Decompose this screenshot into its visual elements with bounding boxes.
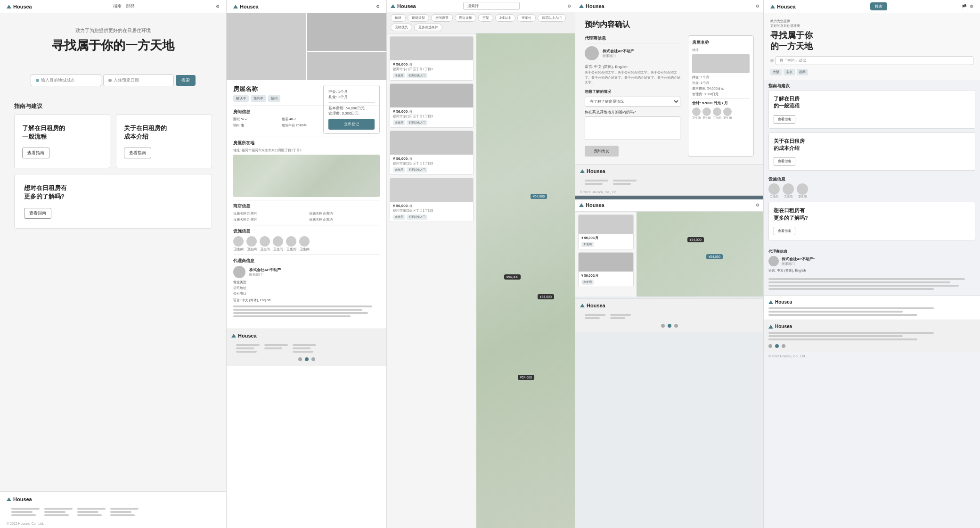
settings-icon[interactable]: ⚙ (216, 4, 220, 9)
navbar-home: Housea 指南 開発 ⚙ (0, 0, 226, 13)
price-box: 押金: 1个月 礼金: 1个月 基本费用: 54,000日元 管理费: 3,00… (326, 85, 380, 134)
overview-card-2-title: 关于在日租房的成本介绍 (774, 138, 970, 152)
filter-building[interactable]: 建筑类型 (408, 14, 429, 22)
settings-icon-overview[interactable]: ⚙ (970, 4, 973, 9)
overview-card-3-btn[interactable]: 查看指南 (774, 227, 795, 235)
price-gift: 礼金: 1个月 (328, 94, 375, 99)
map-badge-active[interactable]: ¥54,000 (531, 194, 547, 199)
result-tag-2a: 未使用 (393, 120, 405, 125)
reserve-button[interactable]: 立即登记 (328, 119, 375, 130)
overview-guide-cards: 了解在日房的一般流程 查看指南 关于在日租房的成本介绍 查看指南 (764, 90, 980, 171)
tag-osaka[interactable]: 大阪 (770, 69, 782, 75)
search-input-nav[interactable]: 搜索行 (463, 2, 520, 10)
filter-nearby[interactable]: 周边设施 (455, 14, 476, 22)
map-badge-2[interactable]: ¥54,000 (538, 294, 554, 299)
navbar-overview: Housea 搜索 🏴 ⚙ (764, 0, 980, 13)
guide-card-2: 关于在日租房的成本介绍 查看指南 (116, 114, 212, 168)
settings-icon-search[interactable]: ⚙ (567, 4, 571, 8)
situation-select[interactable]: 在了解了解房屋情况 (585, 97, 680, 107)
booking-deposit: 押金: 1个月 (692, 75, 750, 80)
info-direction: 朝向 南 (233, 123, 277, 128)
tag-tokyo[interactable]: 东京 (784, 69, 795, 75)
brand-logo-search2: Housea (579, 202, 604, 208)
filter-pet[interactable]: 宠物优先 (391, 24, 412, 31)
navbar-search: Housea 搜索行 ⚙ (387, 0, 575, 12)
agent-avatar (233, 266, 245, 278)
settings-icon-search2[interactable]: ⚙ (756, 203, 760, 207)
filter-vacant[interactable]: 空架 (478, 14, 493, 22)
settings-icon-booking[interactable]: ⚙ (756, 4, 760, 8)
footer-triangle-icon-booking (580, 169, 585, 173)
result-tag-3b: 初期以免入门 (407, 167, 427, 173)
footer-brand-name-search2: Housea (587, 303, 605, 308)
dot-s2-1 (661, 324, 665, 328)
booking-right: 房屋名称 地址 押金: 1个月 礼金: 1个月 基本费用: 54,000日元 管… (688, 35, 754, 157)
result-card-2: ¥ 56,000 /月 福冈市东口田区丁目1丁目3 未使用 初期以免入门 (390, 83, 474, 128)
overview-card-2-btn[interactable]: 查看指南 (774, 157, 795, 165)
filter-room[interactable]: 房间设置 (431, 14, 453, 22)
booking-title: 预约内容确认 (585, 20, 754, 30)
property-images (227, 13, 386, 80)
map-badge-1[interactable]: ¥54,000 (504, 274, 521, 280)
overview-title: 寻找属于你的一方天地 (770, 30, 973, 52)
guide-cards: 了解在日租房的一般流程 查看指南 关于在日租房的成本介绍 查看指南 (0, 114, 226, 168)
booking-amenity-3: 卫生间 (713, 107, 721, 120)
navbar-search2: Housea ⚙ (575, 199, 763, 212)
wide-card-btn[interactable]: 查看指南 (24, 208, 51, 219)
nav-guide[interactable]: 指南 (113, 3, 122, 9)
result-sub-3: 福冈市东口田区丁目1丁目3 (393, 161, 470, 166)
nav-dev[interactable]: 開発 (126, 3, 135, 9)
agent-address: 公司地址 (233, 286, 380, 290)
amenities-label: 设施信息 (233, 228, 380, 234)
footer-triangle-search2-icon (580, 304, 585, 307)
screen-overview: Housea 搜索 🏴 ⚙ 致力为您提供更好的在日住居环境 寻找属于你的一方天地… (763, 0, 980, 528)
brand-logo-search: Housea (391, 3, 416, 9)
filter-more[interactable]: 更多筛选条件 (414, 24, 442, 31)
tag-3: 预约 (268, 95, 280, 102)
booking-submit-button[interactable]: 预约出发 (585, 146, 619, 157)
sub-search2: Housea ⚙ ¥ 56,000/月 未使用 (575, 199, 763, 528)
filter-bar: 价格 建筑类型 房间设置 周边设施 空架 2楼以上 停车位 首层以上入门 宠物优… (387, 12, 575, 33)
result-tags-3: 未使用 初期以免入门 (393, 167, 470, 173)
overview-search-input[interactable]: 搜「福冈」试试 (776, 56, 973, 65)
booking-agent-info: 株式会社AP不动产 联系部门 (603, 49, 634, 58)
filter-parking[interactable]: 停车位 (517, 14, 536, 22)
date-input[interactable]: 入住预定日期 (103, 74, 174, 86)
settings-icon-detail[interactable]: ⚙ (376, 4, 380, 9)
search2-list: ¥ 56,000/月 未使用 ¥ 56,000/月 未使用 (575, 212, 637, 297)
filter-entrance[interactable]: 首层以上入门 (538, 14, 566, 22)
overview-agent-sub: 联系部门 (782, 262, 815, 266)
tag-fukuoka[interactable]: 福冈 (797, 69, 808, 75)
agent-biz: 营业类型 (233, 280, 380, 285)
wide-card: 想对在日租房有更多的了解吗? 查看指南 (14, 174, 212, 228)
footer-triangle-icon (7, 497, 11, 501)
search-button[interactable]: 搜索 (176, 75, 196, 86)
guide-card-1-btn[interactable]: 查看指南 (22, 148, 49, 158)
city-placeholder: 输入目的地城城市 (41, 77, 75, 83)
result-body-1: ¥ 56,000 /月 福冈市东口田区丁目1丁目3 未使用 初期以免入门 (390, 60, 473, 80)
map-badge-3[interactable]: ¥54,000 (518, 375, 534, 380)
agent-section-label: 代理商信息 (585, 35, 680, 43)
guide-card-1-title: 了解在日租房的一般流程 (22, 124, 102, 141)
booking-base: 基本费用: 54,000日元 (692, 86, 750, 91)
search-btn-overview[interactable]: 搜索 (870, 2, 887, 10)
info-area: 面积 52㎡ (233, 117, 277, 122)
booking-amenity-1: 卫生间 (692, 107, 701, 120)
navbar-icons-search: ⚙ (567, 4, 571, 8)
filter-floor[interactable]: 2楼以上 (495, 14, 515, 22)
booking-textarea[interactable] (585, 116, 680, 140)
search2-tag-2a: 未使用 (581, 280, 594, 285)
city-input[interactable]: 输入目的地城城市 (31, 74, 101, 86)
filter-price[interactable]: 价格 (391, 14, 406, 22)
calendar-icon (108, 79, 112, 82)
screen-property-detail: Housea ⚙ 押金: 1个月 礼金: 1个月 基本费用: 54,000日元 … (226, 0, 386, 528)
overview-agent-name: 株式会社AP不动产* (782, 256, 815, 262)
guide-card-2-btn[interactable]: 查看指南 (124, 148, 151, 158)
brand-triangle-overview-icon (770, 5, 775, 8)
footer-booking: Housea © 2022 Housea, Co., Ltd. (575, 164, 763, 196)
guide-section-title: 指南与建议 (0, 98, 226, 114)
navbar-icons-detail: ⚙ (376, 4, 380, 9)
overview-card-1-btn[interactable]: 查看指南 (774, 115, 795, 124)
property-image-sm2 (307, 52, 387, 80)
agent-languages: 语言: 中文 (简体), English (233, 298, 380, 303)
